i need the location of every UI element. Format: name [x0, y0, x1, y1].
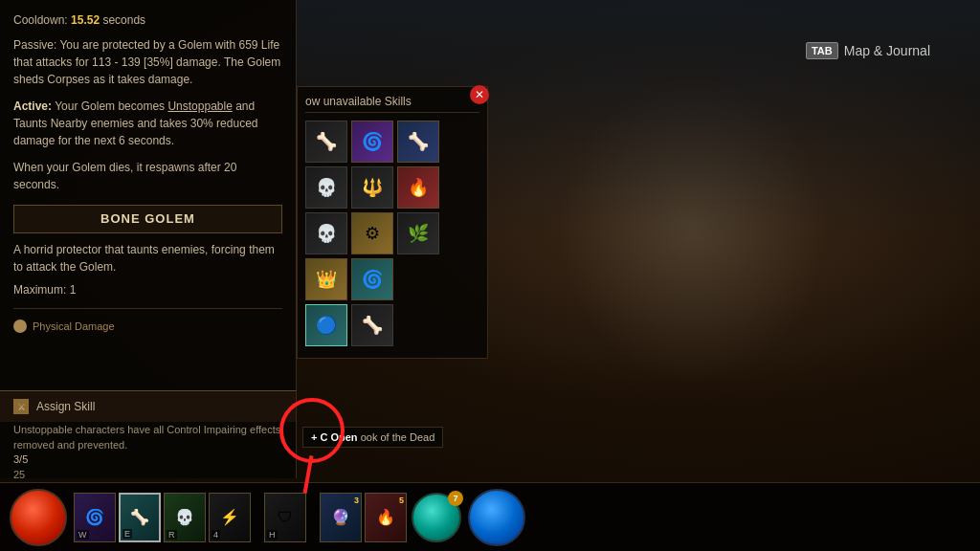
slot-count-2: 5	[399, 496, 404, 505]
slot-key-r: R	[167, 530, 177, 540]
damage-type-label: Physical Damage	[33, 319, 115, 335]
skill-slot-4a[interactable]: 👑	[305, 258, 347, 300]
tab-key-label: TAB	[806, 42, 838, 59]
slot-count-1: 3	[354, 496, 359, 505]
respawn-text: When your Golem dies, it respawns after …	[13, 159, 282, 193]
assign-skill-label: Assign Skill	[36, 400, 95, 413]
skill-row-4: 👑 🌀	[305, 258, 479, 300]
essence-badge: 7	[448, 491, 463, 506]
bottom-left-description: Unstoppable characters have all Control …	[13, 423, 281, 482]
essence-orb: 7	[412, 493, 461, 542]
map-journal-label: Map & Journal	[844, 43, 930, 58]
action-slot-e[interactable]: 🦴 E	[119, 493, 161, 542]
skill-row-2: 💀 🔱 🔥	[305, 166, 479, 209]
action-slot-r[interactable]: 💀 R	[164, 493, 206, 542]
skill-slot-4b[interactable]: 🌀	[351, 258, 393, 300]
skill-slot-1a[interactable]: 🦴	[305, 121, 347, 163]
map-journal-hint[interactable]: TAB Map & Journal	[806, 42, 930, 59]
skills-unavailable-panel: ✕ ow unavailable Skills 🦴 🌀 🦴 💀 🔱 🔥 💀 ⚙ …	[297, 86, 488, 359]
skill-slot-2a[interactable]: 💀	[305, 166, 347, 209]
passive-text: Passive: You are protected by a Golem wi…	[13, 36, 282, 88]
action-slot-h[interactable]: 🛡 H	[264, 493, 306, 542]
slot-key-w: W	[77, 530, 89, 540]
mana-orb	[468, 489, 525, 546]
cooldown-line: Cooldown: 15.52 seconds	[13, 11, 282, 29]
physical-damage-icon	[13, 320, 27, 333]
skills-panel-title: ow unavailable Skills	[305, 95, 479, 113]
skill-slot-3c[interactable]: 🌿	[397, 212, 439, 254]
skill-slot-3a[interactable]: 💀	[305, 212, 347, 254]
skill-slot-5a[interactable]: 🔵	[305, 304, 347, 346]
skill-slot-5b[interactable]: 🦴	[351, 304, 393, 346]
cooldown-value: 15.52	[71, 13, 100, 27]
unstoppable-label-tooltip: Unstoppable	[167, 99, 232, 113]
cooldown-unit: seconds	[102, 13, 145, 27]
skill-row-1: 🦴 🌀 🦴	[305, 121, 479, 163]
skill-slot-1c[interactable]: 🦴	[397, 121, 439, 163]
damage-type: Physical Damage	[13, 319, 282, 335]
slot-separator-1	[254, 493, 261, 542]
cooldown-label: Cooldown:	[13, 13, 68, 27]
skill-slot-2b[interactable]: 🔱	[351, 166, 393, 209]
action-slot-w[interactable]: 🌀 W	[74, 493, 116, 542]
assign-skill-bar[interactable]: ⚔ Assign Skill	[0, 390, 297, 422]
action-slot-1[interactable]: 🔮 3	[320, 493, 362, 542]
action-bar: 🌀 W 🦴 E 💀 R ⚡ 4 🛡 H 🔮 3 🔥 5 7	[0, 482, 980, 551]
unstoppable-bottom-label: Unstoppable	[13, 424, 73, 435]
action-slot-2[interactable]: 🔥 5	[365, 493, 407, 542]
skill-row-5: 🔵 🦴	[305, 304, 479, 346]
active-header: Active:	[13, 99, 52, 113]
close-panel-button[interactable]: ✕	[470, 85, 489, 104]
slot-separator-2	[309, 493, 317, 542]
bottom-number: 25	[13, 469, 25, 480]
skill-name: BONE GOLEM	[13, 205, 282, 233]
slot-key-h: H	[267, 530, 278, 540]
slot-key-4: 4	[212, 530, 220, 540]
health-orb	[10, 489, 67, 546]
skill-slot-1b[interactable]: 🌀	[351, 121, 393, 163]
active-text1: Your Golem becomes	[55, 99, 165, 113]
skill-description: A horrid protector that taunts enemies, …	[13, 241, 282, 276]
keyboard-hint-label: ook of the Dead	[361, 431, 435, 443]
skill-slot-3b[interactable]: ⚙	[351, 212, 393, 254]
skill-fraction: 3/5	[13, 453, 28, 465]
active-text: Active: Your Golem becomes Unstoppable a…	[13, 98, 282, 149]
assign-skill-icon: ⚔	[13, 399, 29, 414]
maximum-label: Maximum: 1	[13, 281, 282, 298]
action-slot-4[interactable]: ⚡ 4	[209, 493, 251, 542]
slot-key-e: E	[122, 529, 132, 539]
skill-row-3: 💀 ⚙ 🌿	[305, 212, 479, 254]
keyboard-hint: + C Open ook of the Dead	[302, 427, 443, 448]
key-combo: + C Open	[311, 431, 358, 443]
skill-slot-2c[interactable]: 🔥	[397, 166, 439, 209]
